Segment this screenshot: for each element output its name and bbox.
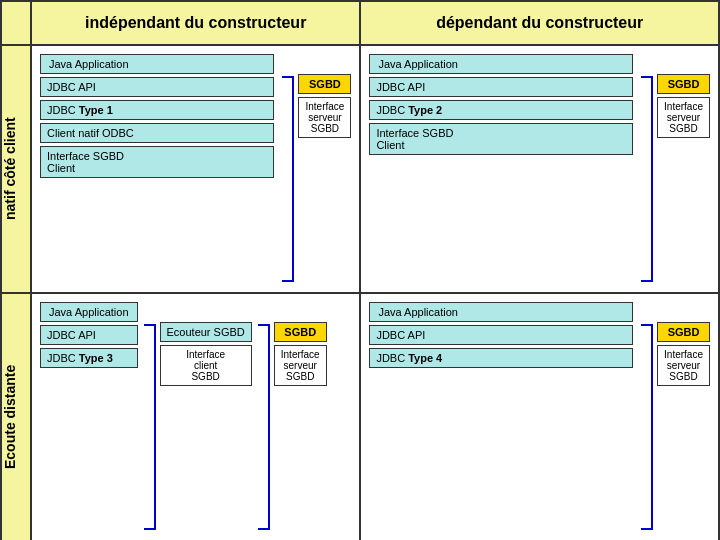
q3-interface-serveur: Interface serveur SGBD	[274, 345, 327, 386]
q2-jdbc-api: JDBC API	[369, 77, 633, 97]
q1-interface-sgbd: Interface SGBDClient	[40, 146, 274, 178]
quadrant-4: Java Application JDBC API JDBC Type 4	[360, 293, 719, 540]
q3-interface-client: Interface client SGBD	[160, 345, 252, 386]
q3-jdbc-type: JDBC Type 3	[40, 348, 138, 368]
header-indep: indépendant du constructeur	[31, 1, 360, 45]
q4-java-app: Java Application	[369, 302, 633, 322]
q2-java-app: Java Application	[369, 54, 633, 74]
q1-client-natif: Client natif ODBC	[40, 123, 274, 143]
q3-java-app: Java Application	[40, 302, 138, 322]
q1-java-app: Java Application	[40, 54, 274, 74]
side-natif: natif côté client	[1, 45, 31, 293]
q4-jdbc-api: JDBC API	[369, 325, 633, 345]
q1-sgbd: SGBD	[298, 74, 351, 94]
q4-interface-serveur: Interface serveur SGBD	[657, 345, 710, 386]
q3-ecouteur: Ecouteur SGBD	[160, 322, 252, 342]
corner-cell	[1, 1, 31, 45]
q3-sgbd: SGBD	[274, 322, 327, 342]
q1-jdbc-api: JDBC API	[40, 77, 274, 97]
quadrant-3: Java Application JDBC API JDBC Type 3	[31, 293, 360, 540]
quadrant-2: Java Application JDBC API JDBC Type 2 In…	[360, 45, 719, 293]
q2-interface-serveur: Interface serveur SGBD	[657, 97, 710, 138]
side-ecoute: Ecoute distante	[1, 293, 31, 540]
header-dep: dépendant du constructeur	[360, 1, 719, 45]
q1-interface-serveur: Interface serveur SGBD	[298, 97, 351, 138]
q2-sgbd: SGBD	[657, 74, 710, 94]
q4-sgbd: SGBD	[657, 322, 710, 342]
q3-jdbc-api: JDBC API	[40, 325, 138, 345]
q2-interface-sgbd: Interface SGBDClient	[369, 123, 633, 155]
q2-jdbc-type: JDBC Type 2	[369, 100, 633, 120]
q1-jdbc-type: JDBC Type 1	[40, 100, 274, 120]
q4-jdbc-type: JDBC Type 4	[369, 348, 633, 368]
quadrant-1: Java Application JDBC API JDBC Type 1 Cl…	[31, 45, 360, 293]
